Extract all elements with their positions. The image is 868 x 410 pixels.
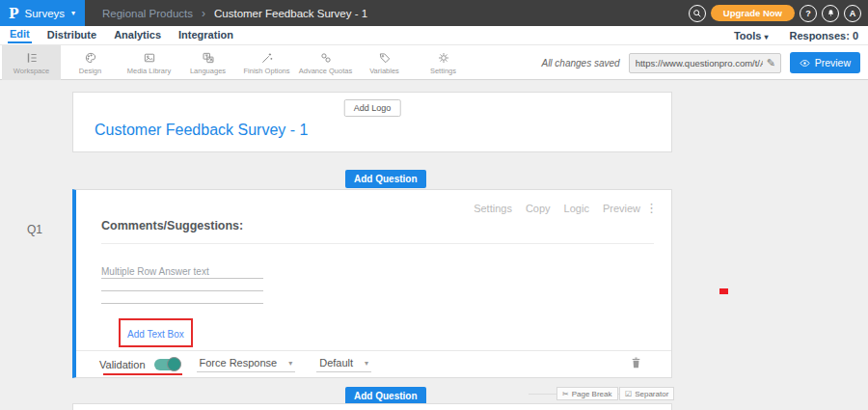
question-text[interactable]: Comments/Suggestions: bbox=[101, 219, 654, 244]
separator-icon: ☑ bbox=[625, 390, 632, 398]
annotation-red-box: Add Text Box bbox=[119, 318, 193, 347]
delete-question-button[interactable] bbox=[630, 356, 642, 372]
languages-icon bbox=[202, 51, 215, 65]
breadcrumb-chevron-icon: › bbox=[202, 7, 205, 20]
toolbar-item-languages[interactable]: Languages bbox=[178, 45, 237, 80]
toolbar-item-label: Finish Options bbox=[244, 67, 290, 75]
advance-quotas-icon bbox=[319, 51, 333, 65]
multirow-answer-area: Multiple Row Answer text bbox=[101, 266, 263, 304]
workspace-icon bbox=[25, 51, 39, 65]
edit-url-icon[interactable]: ✎ bbox=[767, 57, 775, 69]
breadcrumb: Regional Products › Customer Feedback Su… bbox=[102, 0, 367, 26]
media-library-icon bbox=[143, 51, 156, 65]
preview-label: Preview bbox=[815, 57, 851, 68]
tools-label: Tools bbox=[734, 30, 762, 41]
chevron-down-icon: ▾ bbox=[71, 9, 75, 17]
toolbar-item-label: Media Library bbox=[127, 67, 171, 75]
questionpro-survey-editor: P Surveys ▾ Regional Products › Customer… bbox=[0, 0, 868, 410]
breadcrumb-parent[interactable]: Regional Products bbox=[102, 8, 193, 19]
toolbar-item-variables[interactable]: Variables bbox=[355, 45, 414, 80]
surveys-menu[interactable]: P Surveys ▾ bbox=[0, 0, 85, 26]
tab-integration[interactable]: Integration bbox=[176, 28, 235, 42]
annotation-red-underline bbox=[103, 373, 182, 375]
question-copy-link[interactable]: Copy bbox=[526, 203, 551, 214]
force-response-label: Force Response bbox=[200, 357, 278, 369]
default-label: Default bbox=[319, 357, 353, 369]
survey-url-box[interactable]: ✎ bbox=[629, 53, 781, 73]
annotation-red-dash bbox=[719, 288, 728, 294]
question-preview-link[interactable]: Preview bbox=[603, 203, 640, 214]
questionpro-logo: P bbox=[9, 6, 19, 21]
question-actions: Settings Copy Logic Preview bbox=[474, 203, 640, 214]
chevron-down-icon: ▾ bbox=[365, 359, 368, 368]
toolbar-items: Workspace Design Media Library Languages… bbox=[2, 45, 473, 80]
app-label: Surveys bbox=[25, 8, 66, 19]
tab-distribute[interactable]: Distribute bbox=[45, 28, 98, 42]
section-nav: Edit Distribute Analytics Integration To… bbox=[0, 26, 868, 44]
question-footer-bar: Validation Force Response ▾ Default ▾ bbox=[76, 350, 671, 377]
upgrade-now-button[interactable]: Upgrade Now bbox=[711, 5, 795, 21]
page-break-icon: ✂ bbox=[562, 390, 569, 398]
toolbar-item-label: Variables bbox=[369, 67, 399, 75]
bell-icon bbox=[827, 9, 835, 17]
toolbar-item-media-library[interactable]: Media Library bbox=[120, 45, 178, 80]
question-card: Settings Copy Logic Preview ⋮ Comments/S… bbox=[72, 189, 672, 378]
validation-label: Validation bbox=[99, 359, 146, 370]
eye-icon bbox=[800, 58, 810, 68]
page-break-button[interactable]: ✂ Page Break bbox=[556, 387, 618, 400]
page-break-label: Page Break bbox=[572, 390, 612, 398]
question-settings-link[interactable]: Settings bbox=[474, 203, 512, 214]
survey-url-input[interactable] bbox=[636, 58, 763, 68]
editor-toolbar: Workspace Design Media Library Languages… bbox=[0, 44, 868, 80]
default-dropdown[interactable]: Default ▾ bbox=[316, 356, 371, 372]
save-status: All changes saved bbox=[541, 58, 619, 68]
toggle-knob bbox=[167, 357, 181, 371]
toolbar-item-advance-quotas[interactable]: Advance Quotas bbox=[296, 45, 355, 80]
search-icon bbox=[692, 9, 702, 18]
toolbar-item-label: Design bbox=[79, 67, 101, 75]
preview-button[interactable]: Preview bbox=[790, 52, 860, 73]
tools-menu[interactable]: Tools ▾ bbox=[734, 30, 769, 41]
notifications-button[interactable] bbox=[822, 5, 839, 22]
toolbar-item-label: Languages bbox=[190, 67, 226, 75]
tab-analytics[interactable]: Analytics bbox=[112, 28, 163, 42]
section-nav-right: Tools ▾ Responses: 0 bbox=[734, 26, 858, 44]
kebab-menu-icon[interactable]: ⋮ bbox=[645, 201, 658, 215]
toolbar-item-finish-options[interactable]: Finish Options bbox=[237, 45, 296, 80]
toolbar-right: All changes saved ✎ Preview bbox=[541, 45, 860, 80]
topbar-actions: Upgrade Now ? A bbox=[689, 0, 861, 26]
separator-label: Separator bbox=[635, 390, 668, 398]
tab-edit[interactable]: Edit bbox=[8, 27, 32, 43]
toolbar-item-design[interactable]: Design bbox=[61, 45, 120, 80]
toolbar-item-workspace[interactable]: Workspace bbox=[2, 45, 61, 80]
validation-toggle[interactable] bbox=[154, 359, 180, 370]
chevron-down-icon: ▾ bbox=[764, 33, 768, 41]
survey-header-card: Add Logo Customer Feedback Survey - 1 bbox=[72, 92, 672, 152]
variables-icon bbox=[378, 51, 392, 65]
force-response-dropdown[interactable]: Force Response ▾ bbox=[197, 356, 296, 372]
add-text-box-link[interactable]: Add Text Box bbox=[127, 329, 184, 340]
toolbar-item-label: Settings bbox=[430, 67, 456, 75]
next-card-edge bbox=[72, 403, 672, 410]
question-number: Q1 bbox=[27, 223, 42, 236]
finish-options-icon bbox=[260, 51, 274, 65]
answer-row-1[interactable]: Multiple Row Answer text bbox=[101, 266, 263, 279]
responses-count[interactable]: Responses: 0 bbox=[789, 30, 858, 41]
top-navbar: P Surveys ▾ Regional Products › Customer… bbox=[0, 0, 868, 26]
add-logo-button[interactable]: Add Logo bbox=[344, 99, 401, 117]
answer-row-3[interactable] bbox=[101, 291, 263, 304]
trash-icon bbox=[630, 356, 642, 369]
survey-title[interactable]: Customer Feedback Survey - 1 bbox=[95, 122, 308, 139]
toolbar-item-label: Workspace bbox=[14, 67, 49, 75]
breadcrumb-current: Customer Feedback Survey - 1 bbox=[214, 8, 367, 19]
chevron-down-icon: ▾ bbox=[288, 359, 292, 368]
avatar[interactable]: A bbox=[844, 5, 861, 22]
help-button[interactable]: ? bbox=[800, 5, 817, 22]
toolbar-item-settings[interactable]: Settings bbox=[414, 45, 473, 80]
add-question-button-top[interactable]: Add Question bbox=[345, 170, 426, 188]
answer-row-2[interactable] bbox=[101, 279, 263, 291]
question-logic-link[interactable]: Logic bbox=[564, 203, 589, 214]
search-button[interactable] bbox=[689, 5, 706, 22]
separator-button[interactable]: ☑ Separator bbox=[619, 387, 674, 400]
design-icon bbox=[84, 51, 97, 65]
